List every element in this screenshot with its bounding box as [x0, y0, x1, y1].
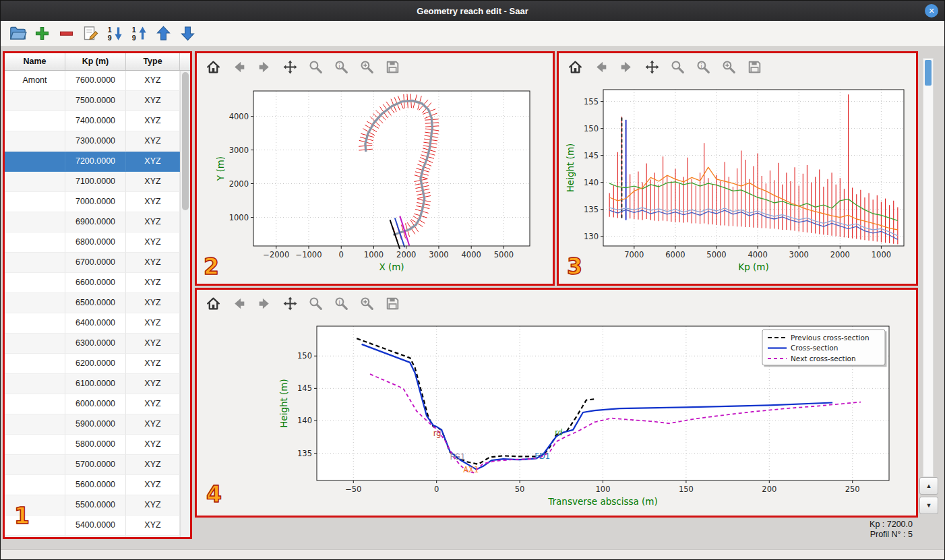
table-row[interactable]: 6500.0000XYZ [5, 293, 180, 313]
add-button[interactable] [33, 24, 51, 42]
table-row[interactable]: 7000.0000XYZ [5, 192, 180, 212]
column-header-name[interactable]: Name [5, 53, 65, 70]
table-row[interactable]: 5300.0000XYZ [5, 536, 180, 537]
table-cell [5, 131, 65, 152]
table-row[interactable]: 6000.0000XYZ [5, 394, 180, 414]
table-cell: XYZ [126, 232, 180, 253]
open-button[interactable] [9, 24, 27, 42]
window-scrollbar[interactable] [923, 58, 934, 477]
profile-up-button[interactable]: ▲ [919, 477, 938, 495]
table-row[interactable]: 6100.0000XYZ [5, 374, 180, 394]
column-header-kp[interactable]: Kp (m) [65, 53, 126, 70]
table-cell: 7300.0000 [65, 131, 126, 152]
table-row[interactable]: 6300.0000XYZ [5, 334, 180, 354]
svg-text:4000: 4000 [229, 112, 249, 121]
table-cell: XYZ [126, 152, 180, 172]
svg-text:Height (m): Height (m) [278, 379, 289, 428]
remove-button[interactable] [57, 24, 75, 42]
table-scrollbar[interactable] [180, 71, 190, 537]
status-kp-label: Kp : 7200.0 [870, 520, 913, 529]
profile-down-button[interactable]: ▼ [919, 497, 938, 514]
table-row[interactable]: 7300.0000XYZ [5, 131, 180, 152]
table-row[interactable]: 5700.0000XYZ [5, 455, 180, 475]
zoom-button[interactable] [669, 59, 686, 75]
back-button[interactable] [231, 59, 247, 75]
forward-button[interactable] [256, 295, 273, 312]
table-row[interactable]: 5900.0000XYZ [5, 414, 180, 435]
save-button[interactable] [746, 59, 763, 75]
main-toolbar: 1919 [1, 21, 944, 46]
table-cell: XYZ [126, 495, 180, 516]
table-row[interactable]: 6700.0000XYZ [5, 253, 180, 273]
table-row[interactable]: 5400.0000XYZ [5, 516, 180, 536]
svg-text:3000: 3000 [789, 250, 809, 259]
customize-button[interactable] [721, 59, 737, 75]
table-cell: XYZ [126, 293, 180, 313]
table-row[interactable]: 5800.0000XYZ [5, 435, 180, 455]
customize-button[interactable] [359, 295, 375, 312]
table-cell: XYZ [126, 414, 180, 435]
home-button[interactable] [205, 295, 222, 312]
zoom-button[interactable] [307, 295, 324, 312]
pan-button[interactable] [282, 59, 299, 75]
titlebar[interactable]: Geometry reach edit - Saar ✕ [1, 1, 944, 21]
subplots-icon: i [695, 59, 712, 75]
table-row[interactable]: 5600.0000XYZ [5, 475, 180, 495]
open-icon [9, 24, 27, 42]
table-row[interactable]: 7200.0000XYZ [5, 152, 180, 172]
subplots-button[interactable]: i [333, 59, 350, 75]
column-header-type[interactable]: Type [126, 53, 180, 70]
sort-desc-button[interactable]: 19 [106, 24, 124, 42]
remove-icon [57, 24, 75, 42]
subplots-icon: i [333, 59, 350, 75]
pan-button[interactable] [644, 59, 661, 75]
forward-button[interactable] [256, 59, 273, 75]
svg-text:1000: 1000 [872, 250, 891, 259]
save-button[interactable] [384, 59, 401, 75]
svg-text:5000: 5000 [706, 250, 726, 259]
customize-button[interactable] [359, 59, 375, 75]
subplots-button[interactable]: i [695, 59, 712, 75]
plan-view-chart[interactable]: −2000−1000010002000300040005000100020003… [197, 80, 553, 284]
table-row[interactable]: 6200.0000XYZ [5, 354, 180, 374]
table-row[interactable]: 6800.0000XYZ [5, 232, 180, 253]
svg-text:9: 9 [132, 34, 136, 42]
edit-button[interactable] [82, 24, 100, 42]
table-cell [5, 152, 65, 172]
save-button[interactable] [384, 295, 401, 312]
window-scrollbar-thumb[interactable] [925, 60, 932, 86]
forward-button[interactable] [618, 59, 635, 75]
table-row[interactable]: 7500.0000XYZ [5, 91, 180, 111]
move-down-button[interactable] [179, 24, 197, 42]
close-button[interactable]: ✕ [925, 4, 938, 18]
move-up-button[interactable] [154, 24, 173, 42]
table-cell [5, 334, 65, 354]
table-row[interactable]: 7400.0000XYZ [5, 111, 180, 131]
home-button[interactable] [205, 59, 222, 75]
table-row[interactable]: Amont7600.0000XYZ [5, 71, 180, 91]
zoom-button[interactable] [307, 59, 324, 75]
pan-button[interactable] [282, 295, 299, 312]
subplots-button[interactable]: i [333, 295, 350, 312]
table-cell [5, 111, 65, 131]
back-button[interactable] [592, 59, 609, 75]
table-row[interactable]: 7100.0000XYZ [5, 172, 180, 192]
cross-section-chart[interactable]: rgFG1AX1FD1rd−50050100150200250135140145… [197, 317, 916, 516]
zoom-icon [307, 59, 324, 75]
table-row[interactable]: 6600.0000XYZ [5, 273, 180, 293]
svg-text:Cross-section: Cross-section [791, 344, 838, 352]
long-profile-chart[interactable]: 7000600050004000300020001000130135140145… [559, 80, 916, 284]
table-row[interactable]: 6400.0000XYZ [5, 313, 180, 334]
table-cell: 5500.0000 [65, 495, 126, 516]
forward-icon [256, 59, 273, 75]
home-icon [205, 59, 222, 75]
table-cell: 7100.0000 [65, 172, 126, 192]
table-scrollbar-thumb[interactable] [182, 72, 189, 210]
sort-asc-button[interactable]: 19 [130, 24, 148, 42]
table-cell: 6900.0000 [65, 212, 126, 232]
table-row[interactable]: 6900.0000XYZ [5, 212, 180, 232]
home-button[interactable] [567, 59, 584, 75]
table-row[interactable]: 5500.0000XYZ [5, 495, 180, 516]
back-button[interactable] [231, 295, 247, 312]
table-cell: XYZ [126, 192, 180, 212]
